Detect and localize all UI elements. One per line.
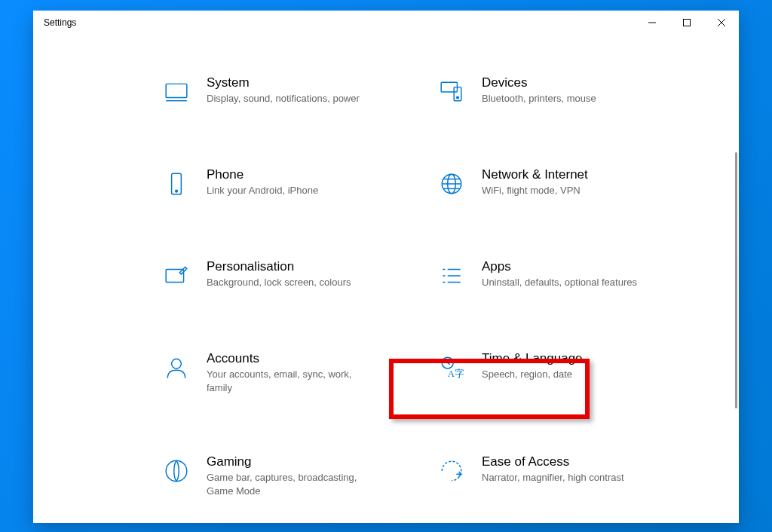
category-desc: Game bar, captures, broadcasting, Game M… [207,471,365,497]
category-desc: Narrator, magnifier, high contrast [482,471,624,485]
time-language-icon: A字 [437,353,467,383]
category-title: Gaming [207,454,365,469]
category-title: Personalisation [207,259,351,274]
category-title: System [207,75,360,90]
category-desc: Speech, region, date [482,368,583,381]
category-phone[interactable]: Phone Link your Android, iPhone [161,164,414,202]
devices-icon [437,77,467,107]
category-ease-of-access[interactable]: Ease of Access Narrator, magnifier, high… [437,451,689,500]
minimize-button[interactable] [635,11,669,35]
category-title: Network & Internet [482,167,588,182]
category-title: Ease of Access [482,454,624,469]
category-grid: System Display, sound, notifications, po… [161,72,689,500]
minimize-icon [648,19,656,26]
category-desc: Uninstall, defaults, optional features [482,276,637,289]
globe-icon [437,169,467,199]
category-title: Accounts [207,351,365,366]
close-button[interactable] [704,11,739,35]
window-title: Settings [44,17,76,28]
svg-text:A字: A字 [448,368,464,379]
settings-window: Settings System Display, sound, noti [33,11,739,523]
titlebar: Settings [33,11,739,35]
category-desc: Background, lock screen, colours [207,276,351,289]
svg-point-8 [457,96,459,99]
svg-point-23 [172,359,182,368]
category-network[interactable]: Network & Internet WiFi, flight mode, VP… [437,164,689,202]
svg-rect-1 [684,20,691,26]
category-desc: Link your Android, iPhone [207,184,318,197]
system-icon [161,77,191,107]
content-area: System Display, sound, notifications, po… [33,35,739,523]
category-title: Devices [482,75,596,90]
category-title: Phone [207,167,318,182]
phone-icon [161,169,191,199]
category-desc: Bluetooth, printers, mouse [482,92,596,105]
window-controls [635,11,739,35]
category-title: Apps [482,259,637,274]
svg-point-28 [166,460,187,482]
category-gaming[interactable]: Gaming Game bar, captures, broadcasting,… [161,451,414,500]
accounts-icon [161,353,191,383]
category-personalisation[interactable]: Personalisation Background, lock screen,… [161,256,414,294]
personalisation-icon [161,261,191,291]
svg-line-26 [448,363,450,365]
category-devices[interactable]: Devices Bluetooth, printers, mouse [437,72,689,110]
category-accounts[interactable]: Accounts Your accounts, email, sync, wor… [161,348,414,397]
svg-rect-4 [166,84,187,97]
scrollbar-thumb[interactable] [735,152,737,408]
maximize-button[interactable] [669,11,704,35]
svg-point-10 [176,190,178,192]
maximize-icon [683,19,691,26]
category-desc: WiFi, flight mode, VPN [482,184,588,197]
category-time-language[interactable]: A字 Time & Language Speech, region, date [437,348,689,397]
gaming-icon [161,456,191,486]
category-system[interactable]: System Display, sound, notifications, po… [161,72,414,110]
category-desc: Your accounts, email, sync, work, family [207,368,365,394]
ease-of-access-icon [437,456,467,486]
close-icon [718,19,725,26]
apps-icon [437,261,467,291]
category-desc: Display, sound, notifications, power [207,92,360,105]
category-apps[interactable]: Apps Uninstall, defaults, optional featu… [437,256,689,294]
category-title: Time & Language [482,351,583,366]
